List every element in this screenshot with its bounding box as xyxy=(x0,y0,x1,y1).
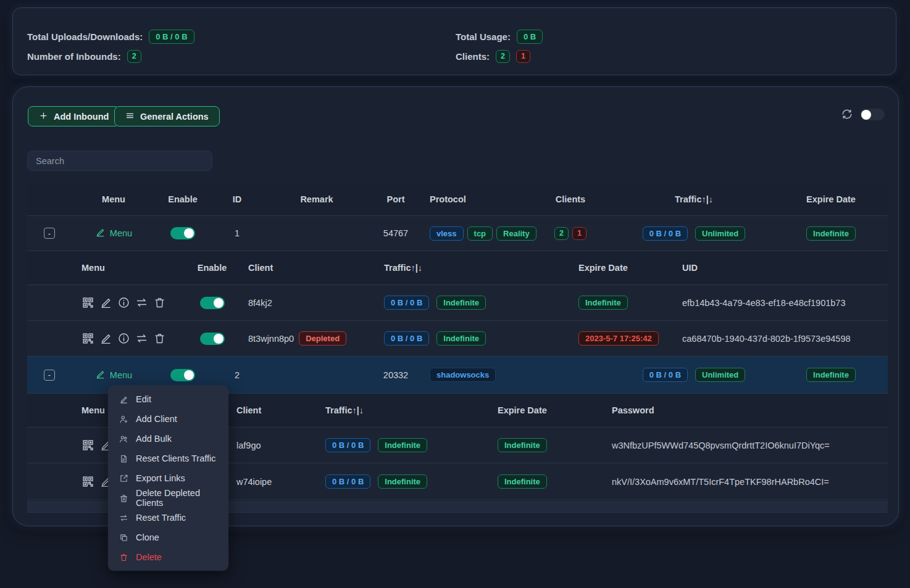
search-input[interactable] xyxy=(27,151,212,171)
col-remark: Remark xyxy=(264,194,369,204)
menu-item-edit[interactable]: Edit xyxy=(108,389,228,409)
protocol-tag: shadowsocks xyxy=(430,368,496,382)
edit-client-icon[interactable] xyxy=(99,332,112,345)
client-password: nkV/I/3XoAm9v6xMT/T5IcrF4TpeTKF98rHARbRo… xyxy=(612,477,888,487)
inbound-port: 54767 xyxy=(369,228,422,238)
inbound-row-1: - Menu 1 54767 vless tcp Reality 2 1 xyxy=(27,216,888,251)
client-traffic-badge: 0 B / 0 B xyxy=(325,438,370,452)
client-traffic-limit-badge: Indefinite xyxy=(436,296,486,310)
menu-item-label: Delete xyxy=(136,552,162,562)
enable-toggle[interactable] xyxy=(170,227,195,239)
clients-depleted-count: 1 xyxy=(516,50,530,63)
qrcode-icon[interactable] xyxy=(81,296,94,309)
sub-col-expire: Expire Date xyxy=(569,263,680,273)
export-icon xyxy=(119,474,128,483)
sub-col-expire: Expire Date xyxy=(498,405,612,415)
client-expire-badge: 2023-5-7 17:25:42 xyxy=(578,331,659,346)
client-expire-badge: Indefinite xyxy=(498,438,547,452)
total-uploads-downloads-label: Total Uploads/Downloads: xyxy=(27,31,143,42)
menu-item-delete-depleted-clients[interactable]: Delete Depleted Clients xyxy=(108,488,228,508)
menu-item-reset-clients-traffic[interactable]: Reset Clients Traffic xyxy=(108,449,228,468)
enable-toggle[interactable] xyxy=(170,369,195,381)
client-traffic-limit-badge: Indefinite xyxy=(378,438,427,452)
clients-subtable-inbound-1: Menu Enable Client Traffic↑|↓ Expire Dat… xyxy=(27,251,888,357)
user-add-icon xyxy=(119,415,128,424)
client-traffic-badge: 0 B / 0 B xyxy=(384,296,429,310)
collapse-row-button[interactable]: - xyxy=(44,228,55,239)
menu-item-label: Delete Depleted Clients xyxy=(136,488,220,508)
info-icon[interactable] xyxy=(117,332,130,345)
menu-item-add-client[interactable]: Add Client xyxy=(108,409,228,429)
plus-icon xyxy=(39,111,48,122)
refresh-icon[interactable] xyxy=(841,108,853,120)
sub-col-client: Client xyxy=(234,405,315,415)
sub-col-menu: Menu xyxy=(27,263,186,273)
client-enable-toggle[interactable] xyxy=(200,333,225,345)
sub-col-traffic-sort[interactable]: Traffic↑|↓ xyxy=(374,263,569,273)
client-traffic-limit-badge: Indefinite xyxy=(378,474,427,489)
protocol-tag: vless xyxy=(430,226,464,241)
file-reset-icon xyxy=(119,454,128,463)
client-enable-toggle[interactable] xyxy=(200,297,225,309)
info-icon[interactable] xyxy=(117,296,130,309)
col-protocol: Protocol xyxy=(422,194,527,204)
delete-client-icon[interactable] xyxy=(153,296,166,309)
delete-client-icon[interactable] xyxy=(153,332,166,345)
add-inbound-label: Add Inbound xyxy=(54,112,109,122)
reset-client-traffic-icon[interactable] xyxy=(135,332,148,345)
client-uid: efb14b43-4a79-4e83-ef18-e48cf1901b73 xyxy=(680,298,888,308)
inbound-menu-dropdown-open[interactable]: Menu xyxy=(95,369,132,381)
add-inbound-button[interactable]: Add Inbound xyxy=(28,106,120,126)
expire-badge: Indefinite xyxy=(806,226,856,241)
col-clients: Clients xyxy=(527,194,614,204)
client-expire-badge: Indefinite xyxy=(578,296,628,310)
edit-client-icon[interactable] xyxy=(99,296,112,309)
number-of-inbounds-label: Number of Inbounds: xyxy=(27,51,121,62)
edit-icon xyxy=(119,395,128,404)
menu-item-label: Add Client xyxy=(136,414,177,424)
client-row-8t3wjnn8p0: 8t3wjnn8p0 Depleted 0 B / 0 B Indefinite… xyxy=(27,321,888,357)
inbound-menu-label: Menu xyxy=(110,228,132,238)
client-row-8f4kj2: 8f4kj2 0 B / 0 B Indefinite Indefinite e… xyxy=(27,285,888,321)
clients-label: Clients: xyxy=(456,51,490,62)
reset-client-traffic-icon[interactable] xyxy=(135,296,148,309)
delete-depleted-icon xyxy=(119,494,128,503)
col-traffic-sort[interactable]: Traffic↑|↓ xyxy=(614,194,774,204)
collapse-row-button[interactable]: - xyxy=(44,370,55,381)
client-name: 8f4kj2 xyxy=(238,298,374,308)
depleted-badge: Depleted xyxy=(299,331,346,346)
general-actions-button[interactable]: General Actions xyxy=(114,106,220,126)
network-tag: tcp xyxy=(467,226,493,241)
client-name: laf9go xyxy=(234,441,315,450)
menu-item-delete[interactable]: Delete xyxy=(108,547,228,567)
menu-item-export-links[interactable]: Export Links xyxy=(108,468,228,488)
reset-traffic-icon xyxy=(119,513,128,523)
number-of-inbounds-value: 2 xyxy=(127,50,141,63)
clients-active-badge: 2 xyxy=(554,227,569,240)
dark-mode-toggle[interactable] xyxy=(860,109,885,120)
client-password: w3NfbzUPf5WWd745Q8pvsmQrdrttT2IO6knuI7Di… xyxy=(612,441,888,450)
delete-icon xyxy=(119,553,128,562)
sub-col-traffic-sort[interactable]: Traffic↑|↓ xyxy=(315,405,498,415)
menu-item-label: Add Bulk xyxy=(136,434,172,444)
inbound-menu-label: Menu xyxy=(110,370,132,380)
sub-col-enable: Enable xyxy=(186,263,238,273)
sub-col-uid: UID xyxy=(680,263,888,273)
qrcode-icon[interactable] xyxy=(81,475,94,488)
client-traffic-badge: 0 B / 0 B xyxy=(384,331,429,346)
inbound-port: 20332 xyxy=(369,370,422,380)
client-uid: ca68470b-1940-437d-802b-1f9573e94598 xyxy=(680,334,888,344)
edit-pencil-icon xyxy=(95,227,106,239)
menu-item-reset-traffic[interactable]: Reset Traffic xyxy=(108,508,228,528)
qrcode-icon[interactable] xyxy=(81,332,94,345)
menu-item-clone[interactable]: Clone xyxy=(108,528,228,547)
inbound-menu-dropdown[interactable]: Menu xyxy=(95,227,132,239)
client-traffic-limit-badge: Indefinite xyxy=(436,331,486,346)
total-usage-label: Total Usage: xyxy=(456,31,511,42)
qrcode-icon[interactable] xyxy=(81,439,94,452)
col-enable: Enable xyxy=(156,194,210,204)
menu-item-add-bulk[interactable]: Add Bulk xyxy=(108,429,228,449)
menu-item-label: Reset Clients Traffic xyxy=(136,453,215,463)
col-expire-date: Expire Date xyxy=(774,194,888,204)
client-name: 8t3wjnn8p0 xyxy=(248,334,294,344)
